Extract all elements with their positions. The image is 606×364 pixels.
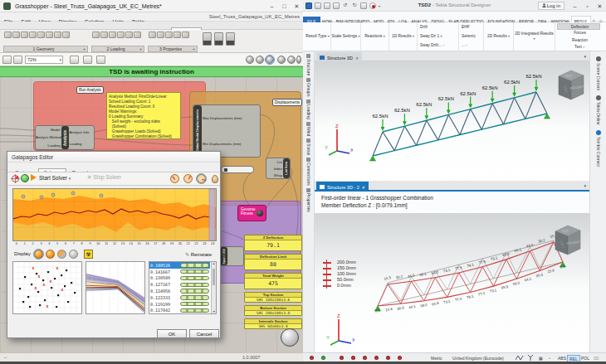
- maximize-icon[interactable]: ▫: [581, 0, 594, 12]
- fitness-value-row[interactable]: 0.122333: [149, 294, 210, 301]
- close-tab-icon[interactable]: ✕: [362, 185, 365, 190]
- model-status-icon[interactable]: [351, 356, 355, 360]
- preview-eye-icon[interactable]: [83, 56, 92, 64]
- genome-lines-panel[interactable]: [86, 261, 145, 314]
- tab-list-caret-icon[interactable]: ▾: [584, 54, 586, 59]
- pol-toggle[interactable]: POL: [579, 355, 591, 362]
- fitness-value-row[interactable]: 0.188526: [149, 262, 210, 269]
- scale-settings-button[interactable]: Scale Settings ▾: [331, 22, 361, 51]
- fitness-values-panel[interactable]: 0.1885260.1416670.1305890.1271670.124958…: [149, 261, 217, 314]
- model-status-icon[interactable]: [374, 356, 379, 360]
- component-icon[interactable]: [21, 32, 28, 38]
- 2d-results-button[interactable]: 2D Results ▾: [484, 22, 514, 51]
- workspace-tab-properties[interactable]: Properties: [304, 188, 313, 212]
- panel-tab-trimble-connect[interactable]: Trimble Connect: [594, 130, 603, 167]
- result-panel-total-weight[interactable]: Total Weight475: [244, 273, 302, 289]
- component-icon[interactable]: [149, 32, 156, 38]
- user-component-button[interactable]: [214, 32, 223, 46]
- component-icon[interactable]: [37, 32, 45, 38]
- component-icon[interactable]: [4, 32, 12, 38]
- component-icon[interactable]: [157, 32, 164, 38]
- units-button[interactable]: Metric: [429, 355, 444, 362]
- stop-solver-button[interactable]: Stop Solver: [87, 174, 121, 181]
- component-icon[interactable]: [134, 32, 141, 38]
- open-file-icon[interactable]: [2, 56, 12, 64]
- close-icon[interactable]: ✕: [291, 0, 303, 12]
- result-panel-deflection-limit[interactable]: Deflection Limit80: [244, 254, 302, 270]
- component-icon[interactable]: [54, 32, 61, 38]
- redo-icon[interactable]: ↻: [351, 2, 358, 9]
- app-logo-icon[interactable]: [305, 2, 312, 9]
- results-option-deflection[interactable]: Deflection: [557, 23, 600, 30]
- model-status-icon[interactable]: [310, 356, 314, 360]
- radiation-icon[interactable]: ☢: [84, 250, 93, 259]
- seismic-button[interactable]: Seismic: [462, 34, 476, 39]
- fitness-value-row[interactable]: 0.141667: [149, 269, 210, 275]
- user-component-button[interactable]: [226, 32, 235, 46]
- snap-toggle-icon[interactable]: ▫: [547, 355, 552, 362]
- result-panel-z-deflection[interactable]: Z Deflection79.1: [244, 235, 302, 251]
- display-mode-icon[interactable]: [277, 56, 286, 64]
- zoom-extents-icon[interactable]: [70, 56, 79, 64]
- workspace-tab-wind[interactable]: Wind: [304, 122, 313, 136]
- component-icon[interactable]: [165, 32, 173, 38]
- validate-icon[interactable]: [360, 2, 367, 9]
- sketch-pen-icon[interactable]: [96, 56, 105, 64]
- tab-structure-3d-2[interactable]: Structure 3D - 2 ✕: [316, 182, 369, 191]
- 1d-results-button[interactable]: 1D Results ▾: [389, 22, 418, 51]
- fitness-value-row[interactable]: 0.127167: [149, 281, 210, 288]
- list-item-component[interactable]: ListIndexWrap List Item: [266, 158, 291, 179]
- minimize-icon[interactable]: –: [569, 0, 581, 12]
- span-limit-component[interactable]: Span / 250: [219, 246, 244, 266]
- start-solver-button[interactable]: Start Solver ▾: [31, 174, 71, 181]
- deflection-viewport[interactable]: 15.330.244.058.165.873.177.579.177.573.1…: [315, 213, 589, 352]
- speed-gauge-icon-selected[interactable]: [197, 174, 206, 183]
- component-icon[interactable]: [29, 32, 37, 38]
- model-status-icon[interactable]: [363, 356, 367, 360]
- ehf-label[interactable]: EHF: [462, 25, 470, 30]
- result-panel-internals-section[interactable]: Internals SectionSHS 60x60x3.0: [244, 318, 302, 329]
- preview-wire-icon[interactable]: [256, 56, 264, 64]
- analysis-report-panel[interactable]: Analysis Method: FirstOrderLinear Solved…: [106, 92, 181, 139]
- result-panel-bottom-section[interactable]: Bottom SectionSHS 100x100x3.0: [244, 305, 302, 316]
- panel-tab-scene-content[interactable]: Scene Content: [594, 56, 603, 90]
- workspace-tab-connections[interactable]: Connections: [304, 158, 313, 186]
- speed-gauge-icon[interactable]: [183, 174, 193, 183]
- galapagos-component[interactable]: Genome Fitness: [237, 205, 266, 221]
- results-option-forces[interactable]: Forces: [557, 30, 600, 36]
- close-icon[interactable]: ✕: [594, 0, 606, 12]
- analysis-component[interactable]: ModelAnalysis MethodLoading Analysis Ana…: [35, 125, 95, 150]
- workspace-tab-groups[interactable]: Groups: [304, 78, 313, 96]
- ehf-more-button[interactable]: ... ⌐: [462, 43, 468, 48]
- grid-toggle-icon[interactable]: ▦: [537, 355, 545, 362]
- axes-toggle-icon[interactable]: [527, 355, 534, 361]
- display-mode-icon[interactable]: [296, 56, 301, 64]
- maximize-icon[interactable]: □: [278, 0, 291, 12]
- component-icon[interactable]: [62, 32, 70, 38]
- 2d-integrated-results-button[interactable]: 2D Integrated Results ▾: [514, 22, 555, 51]
- abs-toggle[interactable]: ABS: [556, 355, 568, 362]
- egg-icon[interactable]: [212, 175, 218, 183]
- model-status-icon[interactable]: [398, 356, 402, 360]
- workspace-tab-status[interactable]: Status: [304, 138, 313, 155]
- user-component-button[interactable]: [203, 32, 212, 46]
- view-cube[interactable]: TOPLEFTFRONT: [554, 68, 587, 101]
- apply-icon[interactable]: [21, 174, 29, 182]
- display-sphere-icon[interactable]: [34, 250, 43, 259]
- fitness-value-row[interactable]: 0.117842: [149, 308, 210, 314]
- component-icon[interactable]: [125, 32, 133, 38]
- tab-list-caret-icon[interactable]: ▾: [584, 183, 586, 188]
- sway-dir-dropdown[interactable]: Sway Dir 1 ▾: [420, 34, 442, 39]
- undo-icon[interactable]: ↺: [342, 2, 349, 9]
- component-icon[interactable]: [100, 32, 108, 38]
- record-icon[interactable]: [369, 2, 376, 9]
- close-tab-icon[interactable]: ✕: [355, 56, 359, 61]
- display-sphere-icon[interactable]: [57, 250, 66, 259]
- expand-group-icon[interactable]: +: [83, 46, 87, 51]
- expand-group-icon[interactable]: +: [193, 46, 197, 51]
- component-icon[interactable]: [46, 32, 53, 38]
- save-file-icon[interactable]: [333, 2, 340, 9]
- structure-3d-viewport[interactable]: 62.5kN62.5kN62.5kN62.5kN62.5kN62.5kN62.5…: [315, 61, 589, 181]
- zoom-level-select[interactable]: 72%: [25, 56, 63, 64]
- workspace-tab-structure[interactable]: Structure: [304, 54, 313, 75]
